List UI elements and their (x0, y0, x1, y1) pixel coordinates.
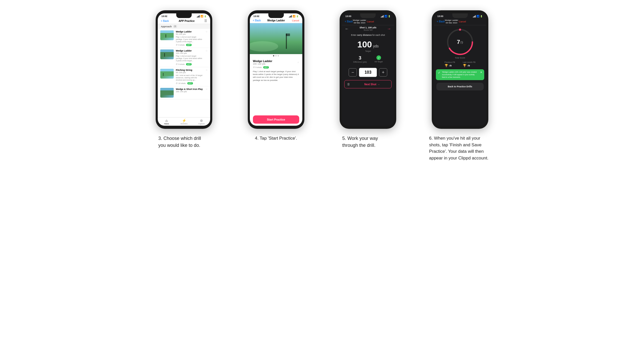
score-denom: /9 (460, 40, 463, 45)
drill-desc-3: Hit 1 shot at each of the 10 target dist… (176, 74, 204, 81)
practice-badge: APP (263, 66, 269, 69)
time-5: 13:03 (345, 15, 351, 18)
phone-screen-5: 13:03 📶 🔋 (342, 13, 394, 126)
phone-section-4: 13:02 📶 🔋 (234, 10, 318, 142)
back-btn-4[interactable]: < Back (253, 19, 261, 22)
caption-5: 5. Work your way through the drill. (342, 135, 394, 149)
menu-icon-3[interactable]: ☰ (204, 19, 207, 23)
battery-icon-4: 🔋 (296, 15, 299, 18)
pb-row: Previous PB 🏆 -/9 Last month PB 🏆 -/9 (434, 60, 486, 68)
nav-title-6: Wedge Ladder 06 Mar 2023 (445, 19, 458, 24)
next-shot-label: Next Shot (364, 83, 376, 86)
star-icon-3[interactable]: ☆ (206, 69, 208, 71)
drill-range-4: 100–140 yds (176, 90, 204, 93)
drill-item-4[interactable]: Wedge & Short Iron Play 100–140 yds ☆ (158, 86, 210, 99)
cancel-btn-5[interactable]: Cancel (366, 20, 374, 23)
phone-wrapper-4: 13:02 📶 🔋 (248, 10, 304, 129)
lastmonth-pb-val: 🏆 -/9 (463, 64, 475, 67)
start-practice-button[interactable]: Start Practice (253, 115, 299, 124)
prev-pb-label: Previous PB (445, 61, 455, 63)
caption-3: 3. Choose which drill you would like to … (158, 135, 210, 149)
battery-icon-3: 🔋 (204, 15, 207, 18)
nav-title-4: Wedge Ladder (261, 19, 292, 22)
drill-title-1: Wedge Ladder (176, 30, 204, 33)
back-btn-3[interactable]: < Back (161, 20, 169, 22)
svg-rect-2 (165, 34, 166, 38)
next-shot-bar: 🗑 Next Shot → (344, 80, 392, 88)
star-icon-4[interactable]: ☆ (206, 88, 208, 90)
drill-info-1: Wedge Ladder 50–100 yds Play 1 shot at e… (176, 30, 204, 46)
time-3: 13:02 (161, 15, 167, 18)
section-header-3: Approach 7 (158, 24, 210, 29)
phone-wrapper-5: 13:03 📶 🔋 (340, 10, 396, 129)
back-to-drills-button[interactable]: Back to Practice Drills (436, 83, 484, 90)
drill-meta-2: ⏱ 9 shots APP (176, 63, 204, 65)
hit-check-5: ✓ (378, 56, 380, 59)
phone-section-5: 13:03 📶 🔋 (326, 10, 410, 149)
cancel-btn-6[interactable]: Cancel (458, 20, 466, 23)
dot-1 (273, 55, 274, 56)
close-banner-button[interactable]: ✕ (480, 71, 482, 74)
shot-input[interactable]: 103 (359, 68, 377, 77)
drill-item-2[interactable]: Wedge Ladder 100–140 yds Play 1 shot at … (158, 48, 210, 67)
svg-point-17 (459, 29, 461, 31)
drill-shots-3: ⏱ 10 shots (176, 82, 186, 84)
drill-desc-2: Play 1 shot at each target yardage. If y… (176, 55, 204, 62)
cancel-btn-4[interactable]: Cancel (292, 19, 299, 22)
phone-section-3: 13:02 📶 🔋 (142, 10, 226, 149)
plus-button[interactable]: + (379, 68, 387, 77)
signal-icon-4 (289, 15, 292, 18)
status-icons-3: 📶 🔋 (197, 15, 207, 18)
prev-shot-arrow[interactable]: ← (345, 27, 349, 31)
star-icon-practice[interactable]: ☆ (297, 61, 299, 64)
phone-wrapper-3: 13:02 📶 🔋 (156, 10, 212, 129)
nav-bar-6: < Back Wedge Ladder 06 Mar 2023 Cancel (434, 18, 486, 25)
notch-4 (268, 13, 284, 18)
target-unit-5: yds (373, 44, 379, 48)
stat-hit-target: ✓ Hit Target (375, 55, 383, 63)
drill-thumb-2 (160, 49, 174, 59)
tab-home[interactable]: ⌂ Home (158, 119, 175, 125)
tab-bar-3: ⌂ Home ⚡ Activities ⊕ Capture (158, 117, 210, 126)
drill-image-2 (160, 49, 174, 59)
drill-list-3: Wedge Ladder 50–100 yds Play 1 shot at e… (158, 29, 210, 117)
drill-desc-1: Play 1 shot at each target yardage. If y… (176, 36, 204, 43)
drill-item-3[interactable]: Pitching String 55–100 yds Hit 1 shot at… (158, 67, 210, 86)
trash-button[interactable]: 🗑 (345, 80, 353, 88)
tab-activities[interactable]: ⚡ Activities (175, 119, 193, 125)
minus-button[interactable]: − (349, 68, 357, 77)
stat-hit-label: Hit Target (375, 61, 383, 63)
shot-info-5: Shot 1, 100 yds Score 5/9 (349, 26, 387, 31)
practice-title-4: Wedge Ladder (253, 60, 272, 63)
section-badge-3: 7 (173, 25, 177, 28)
star-icon-2[interactable]: ☆ (206, 49, 208, 52)
nav-bar-5: < Back Wedge Ladder 06 Mar 2023 Cancel (342, 18, 394, 25)
target-word-5: Target (342, 50, 394, 52)
input-row-5: − 103 + (342, 66, 394, 79)
phone-screen-6: 13:03 📶 🔋 (434, 13, 486, 126)
drill-title-3: Pitching String (176, 69, 204, 71)
nav-title-line2-5: 06 Mar 2023 (353, 22, 366, 24)
score-text: 7/9 (457, 39, 463, 45)
drill-image-4 (160, 88, 174, 98)
next-shot-arrow[interactable]: → (387, 27, 391, 31)
next-shot-button[interactable]: Next Shot → (353, 81, 391, 88)
practice-hero-4 (250, 23, 302, 54)
phone-screen-3: 13:02 📶 🔋 (158, 13, 210, 126)
drill-info-4: Wedge & Short Iron Play 100–140 yds (176, 88, 204, 93)
svg-rect-5 (164, 53, 165, 57)
wifi-icon-6: 📶 (477, 15, 479, 18)
stat-difference-val: 3 (353, 55, 367, 61)
drill-item-1[interactable]: Wedge Ladder 50–100 yds Play 1 shot at e… (158, 29, 210, 48)
back-btn-6[interactable]: < Back (437, 20, 445, 23)
check-icon-success: ✓ (438, 71, 440, 74)
tab-capture[interactable]: ⊕ Capture (193, 119, 210, 125)
drill-info-2: Wedge Ladder 100–140 yds Play 1 shot at … (176, 49, 204, 65)
phone-screen-4: 13:02 📶 🔋 (250, 13, 302, 126)
score-label: Total Score (455, 57, 465, 59)
drill-image-1 (160, 30, 174, 40)
phone-frame-5: 13:03 📶 🔋 (340, 10, 396, 129)
back-btn-5[interactable]: < Back (345, 20, 353, 23)
wifi-icon-5: 📶 (384, 15, 387, 18)
star-icon-1[interactable]: ☆ (206, 30, 208, 33)
